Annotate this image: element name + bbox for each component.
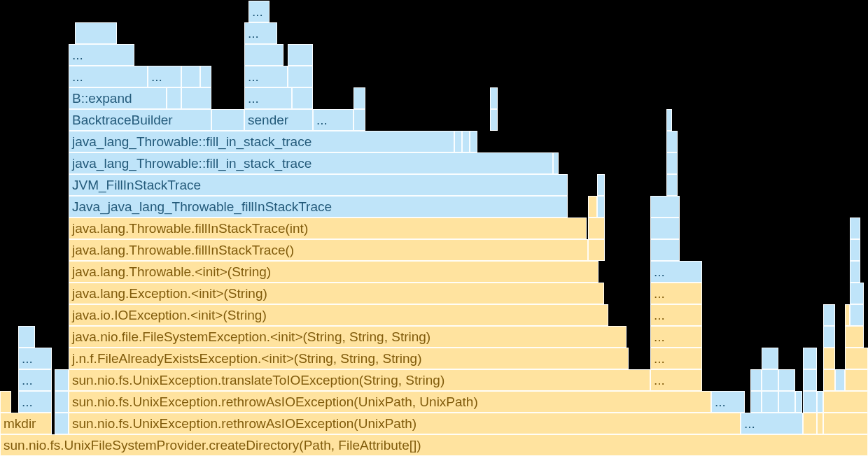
flame-frame[interactable]: ... bbox=[650, 283, 702, 304]
flame-frame[interactable] bbox=[750, 369, 762, 391]
flame-frame[interactable]: ... bbox=[650, 261, 702, 283]
flame-frame[interactable]: java.lang.Throwable.fillInStackTrace() bbox=[69, 239, 588, 261]
flame-frame[interactable]: sun.nio.fs.UnixException.rethrowAsIOExce… bbox=[69, 413, 741, 434]
flame-frame[interactable] bbox=[666, 131, 678, 152]
flame-frame[interactable]: j.n.f.FileAlreadyExistsException.<init>(… bbox=[69, 348, 629, 369]
flame-frame[interactable] bbox=[823, 413, 868, 434]
flame-frame[interactable] bbox=[200, 66, 211, 87]
flame-frame[interactable] bbox=[167, 87, 181, 109]
flame-frame[interactable]: ... bbox=[650, 304, 702, 326]
flame-frame[interactable]: ... bbox=[244, 87, 292, 109]
flame-frame[interactable]: ... bbox=[69, 44, 134, 66]
flame-frame[interactable] bbox=[666, 109, 672, 131]
flame-frame[interactable] bbox=[650, 218, 680, 239]
flame-frame[interactable] bbox=[850, 283, 864, 304]
flame-frame[interactable] bbox=[803, 348, 817, 369]
flame-frame[interactable] bbox=[490, 109, 498, 131]
flame-frame[interactable] bbox=[778, 391, 795, 413]
flame-frame[interactable]: java_lang_Throwable::fill_in_stack_trace bbox=[69, 152, 553, 174]
flame-frame[interactable]: sender bbox=[244, 109, 313, 131]
flame-frame[interactable] bbox=[823, 348, 835, 369]
flame-frame[interactable]: java.lang.Throwable.fillInStackTrace(int… bbox=[69, 218, 587, 239]
flame-frame[interactable]: ... bbox=[148, 66, 181, 87]
flame-frame[interactable]: java_lang_Throwable::fill_in_stack_trace bbox=[69, 131, 454, 152]
flame-frame[interactable] bbox=[803, 413, 817, 434]
flame-frame[interactable] bbox=[650, 196, 680, 218]
flame-frame[interactable] bbox=[288, 44, 313, 66]
flame-frame[interactable] bbox=[490, 87, 498, 109]
flame-frame[interactable] bbox=[597, 196, 605, 218]
flame-frame[interactable]: BacktraceBuilder bbox=[69, 109, 211, 131]
flame-frame[interactable] bbox=[823, 369, 835, 391]
flame-frame[interactable] bbox=[55, 369, 69, 391]
flame-frame[interactable]: java.nio.file.FileSystemException.<init>… bbox=[69, 326, 626, 348]
flame-frame[interactable] bbox=[55, 413, 69, 434]
flame-frame[interactable] bbox=[588, 196, 597, 218]
flame-frame[interactable] bbox=[470, 131, 477, 152]
flame-frame[interactable]: mkdir bbox=[0, 413, 52, 434]
flame-frame[interactable] bbox=[666, 152, 678, 174]
flame-frame[interactable] bbox=[55, 391, 69, 413]
flame-frame[interactable] bbox=[454, 131, 462, 152]
flame-frame[interactable] bbox=[553, 152, 559, 174]
flame-frame[interactable]: ... bbox=[18, 369, 52, 391]
flame-frame[interactable]: ... bbox=[650, 326, 702, 348]
flame-frame[interactable]: sun.nio.fs.UnixFileSystemProvider.create… bbox=[0, 434, 868, 456]
flame-frame[interactable] bbox=[823, 391, 868, 413]
flame-frame[interactable] bbox=[18, 326, 35, 348]
flame-frame[interactable]: ... bbox=[711, 391, 745, 413]
flame-frame[interactable] bbox=[795, 391, 802, 413]
flame-frame[interactable] bbox=[845, 326, 864, 348]
flame-frame[interactable] bbox=[650, 239, 680, 261]
flame-frame[interactable] bbox=[762, 369, 778, 391]
flame-frame[interactable] bbox=[181, 66, 200, 87]
flame-frame[interactable]: ... bbox=[244, 22, 277, 44]
flame-frame[interactable]: ... bbox=[313, 109, 354, 131]
flame-frame[interactable]: sun.nio.fs.UnixException.translateToIOEx… bbox=[69, 369, 650, 391]
flame-frame[interactable] bbox=[778, 369, 795, 391]
flame-frame[interactable]: ... bbox=[248, 1, 270, 22]
flame-frame[interactable] bbox=[817, 413, 823, 434]
flame-frame[interactable] bbox=[850, 218, 860, 239]
flame-frame[interactable] bbox=[75, 22, 117, 44]
flame-frame[interactable] bbox=[666, 174, 678, 196]
flame-frame[interactable] bbox=[803, 369, 817, 391]
flame-frame[interactable] bbox=[462, 131, 470, 152]
flame-frame[interactable]: ... bbox=[650, 369, 702, 391]
flame-frame[interactable] bbox=[850, 304, 864, 326]
flame-frame[interactable] bbox=[823, 304, 835, 326]
flame-frame[interactable]: ... bbox=[18, 391, 52, 413]
flame-frame[interactable] bbox=[244, 44, 284, 66]
flame-frame[interactable] bbox=[0, 391, 11, 413]
flame-frame[interactable]: JVM_FillInStackTrace bbox=[69, 174, 568, 196]
flame-frame[interactable] bbox=[292, 87, 313, 109]
flame-frame[interactable] bbox=[850, 239, 860, 261]
flame-frame[interactable] bbox=[817, 391, 823, 413]
flame-frame[interactable]: sun.nio.fs.UnixException.rethrowAsIOExce… bbox=[69, 391, 711, 413]
flame-frame[interactable] bbox=[803, 391, 817, 413]
flame-frame[interactable]: ... bbox=[650, 348, 702, 369]
flame-frame[interactable] bbox=[750, 391, 762, 413]
flame-frame[interactable]: B::expand bbox=[69, 87, 167, 109]
flame-frame[interactable] bbox=[288, 66, 313, 87]
flame-frame[interactable] bbox=[845, 348, 868, 369]
flame-frame[interactable] bbox=[835, 369, 845, 391]
flame-frame[interactable] bbox=[845, 369, 868, 391]
flame-frame[interactable] bbox=[354, 109, 365, 131]
flame-frame[interactable] bbox=[850, 261, 860, 283]
flame-frame[interactable] bbox=[588, 239, 605, 261]
flame-frame[interactable]: ... bbox=[69, 66, 148, 87]
flame-frame[interactable] bbox=[597, 174, 605, 196]
flame-frame[interactable]: java.lang.Exception.<init>(String) bbox=[69, 283, 604, 304]
flame-frame[interactable] bbox=[181, 87, 211, 109]
flame-frame[interactable] bbox=[354, 87, 365, 109]
flame-frame[interactable] bbox=[762, 348, 778, 369]
flame-frame[interactable]: Java_java_lang_Throwable_fillInStackTrac… bbox=[69, 196, 568, 218]
flame-frame[interactable]: ... bbox=[741, 413, 803, 434]
flame-frame[interactable] bbox=[211, 109, 244, 131]
flame-frame[interactable]: ... bbox=[18, 348, 52, 369]
flame-frame[interactable] bbox=[588, 218, 605, 239]
flame-frame[interactable] bbox=[762, 391, 778, 413]
flame-frame[interactable]: java.lang.Throwable.<init>(String) bbox=[69, 261, 598, 283]
flame-frame[interactable]: ... bbox=[244, 66, 288, 87]
